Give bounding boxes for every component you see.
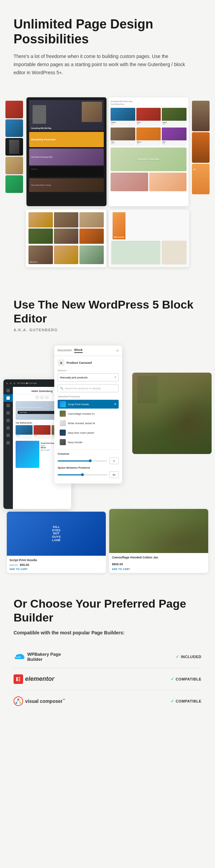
elementor-logo-icon (16, 676, 21, 682)
product-thumbnail-3 (60, 420, 66, 426)
vc-logo-icon (14, 696, 23, 706)
product-item-4[interactable]: Navy blue coach jacket (58, 428, 119, 437)
product-name-5: Navy Hoodie (68, 441, 117, 444)
camo-price: $805.00 (112, 563, 123, 566)
space-slider-fill (58, 474, 82, 475)
wpbakery-logo: CLOUD WPBakery Page Builder (14, 652, 68, 662)
panel-block-title: Product Carousel (66, 361, 92, 364)
product-item-selected[interactable]: Script Print Hoodie ✕ (58, 400, 119, 409)
spacer-right (191, 210, 211, 267)
vc-name: visual composer™ (25, 698, 65, 704)
demo1-yellow-block: Beautifully Presented (29, 132, 104, 147)
columns-value: 3 (113, 459, 115, 462)
vc-name-text: visual composer (25, 698, 63, 704)
product-item-2[interactable]: Camouflage Hooded Cc (58, 409, 119, 418)
unlimited-heading: Unlimited Page Design Possibilities (14, 17, 201, 46)
product-card: Coat$200 (111, 127, 135, 146)
wpbakery-status-text: INCLUDED (181, 655, 201, 659)
product-carousel-bottom-demo: KILLEYESNOTGUYSLANE Script Print Hoodie … (3, 509, 212, 576)
tab-document[interactable]: Document (58, 349, 72, 353)
demo2-header: Something With Black Bag Top Selling Ite… (111, 99, 187, 106)
builder-item-wpbakery: CLOUD WPBakery Page Builder ✓ INCLUDED (14, 646, 201, 668)
panel-close-button[interactable]: ✕ (116, 349, 119, 353)
svg-rect-3 (18, 679, 20, 679)
hoodie-graphic: KILL EYES NOT GUYS LANE NE (16, 441, 39, 468)
svg-rect-2 (18, 677, 20, 678)
svg-text:CLOUD: CLOUD (15, 656, 21, 658)
script-hoodie-img: KILLEYESNOTGUYSLANE (7, 512, 106, 556)
gutenberg-block-panel: Document Block ✕ ⊞ Product Carousel Sour… (54, 346, 122, 484)
product-remove-button[interactable]: ✕ (114, 402, 117, 406)
product-item-5[interactable]: Navy Hoodie (58, 438, 119, 447)
product-card: Blouse$45 (136, 127, 161, 146)
tab-block[interactable]: Block (74, 348, 83, 353)
editorial2-secondary (162, 241, 187, 264)
elementor-name: elementor (25, 675, 54, 683)
editorial-strip-right: 04 (191, 97, 211, 206)
catalogue-grid (28, 212, 104, 244)
product-card: Hoodie$55 (111, 108, 135, 126)
demo1-hero-img: Something With Bell Bag (29, 100, 104, 131)
add-to-cart-1[interactable]: ADD TO CART (9, 568, 103, 570)
space-value: 30 (113, 473, 116, 476)
gutenberg-panel-wrapper: Document Block ✕ ⊞ Product Carousel Sour… (68, 346, 139, 484)
columns-slider[interactable] (58, 460, 107, 461)
panel-header: Document Block ✕ (54, 346, 122, 356)
columns-slider-thumb[interactable] (89, 459, 92, 462)
product-card: Jacket$120 (162, 108, 187, 126)
page-builder-heading: Or Choose Your Preferred Page Builder (14, 597, 201, 625)
product-name-4: Navy blue coach jacket (68, 431, 117, 434)
space-slider-thumb[interactable] (81, 473, 84, 476)
product-thumbnail (60, 401, 66, 407)
elementor-status-text: COMPATIBLE (176, 677, 201, 681)
editorial-item (192, 132, 210, 163)
editorial-item: 04 (192, 164, 210, 194)
catalogue-item (54, 212, 78, 228)
wpbakery-status: ✓ INCLUDED (176, 654, 201, 659)
elementor-status: ✓ COMPATIBLE (171, 677, 201, 682)
editorial-item (192, 101, 210, 131)
carousel-product-info-1: Script Print Hoodie $65.00 $55.00 ADD TO… (7, 556, 106, 573)
section-block-editor: Use The New WordPress 5 Block Editor A.K… (0, 284, 215, 346)
page-builder-description: Compatible with the most popular Page Bu… (14, 630, 201, 635)
svg-line-9 (16, 699, 18, 703)
product-thumb (5, 138, 23, 156)
vc-status: ✓ COMPATIBLE (171, 699, 201, 704)
unlimited-description: There's a lot of freedome when it come t… (14, 53, 190, 77)
svg-line-10 (18, 699, 20, 703)
product-thumbnail-5 (60, 439, 66, 445)
product-thumbnail-2 (60, 411, 66, 417)
vc-check-icon: ✓ (171, 699, 174, 704)
vc-trademark: ™ (63, 698, 65, 702)
new-price-1: $55.00 (20, 563, 29, 567)
product-card: Skirt$60 (162, 127, 187, 146)
wpbakery-check-icon: ✓ (176, 654, 179, 659)
demo-editorial2: New Arrivals (109, 210, 189, 267)
columns-label: Columns (58, 452, 119, 455)
camo-jacket-card-img (109, 509, 208, 553)
editorial2-row2 (111, 241, 187, 264)
space-slider[interactable] (58, 474, 107, 475)
product-carousel-icon: ⊞ (58, 359, 64, 366)
demo-light-shop: Something With Black Bag Top Selling Ite… (109, 97, 189, 206)
svg-rect-1 (16, 677, 18, 681)
product-thumbnail-4 (60, 430, 66, 436)
add-to-cart-2[interactable]: ADD TO CART (112, 568, 206, 570)
panel-block-info: ⊞ Product Carousel (58, 359, 119, 366)
svg-point-5 (14, 697, 23, 706)
panel-divider (58, 449, 119, 450)
search-icon: 🔍 (60, 387, 63, 390)
wp-script-hoodie-img: KILL EYES NOT GUYS LANE NE (16, 441, 39, 468)
section-page-builder: Or Choose Your Preferred Page Builder Co… (0, 583, 215, 719)
editorial2-banner (111, 241, 160, 264)
source-select[interactable]: Manually pick products ⇕ (58, 373, 119, 381)
editorial2-highlight: New Arrivals (113, 212, 125, 239)
block-editor-heading: Use The New WordPress 5 Block Editor (14, 298, 201, 326)
elementor-logo: elementor (14, 674, 68, 684)
carousel-product-name-2: Camouflage Hooded Cotton Jac (112, 556, 206, 559)
side-products-left (4, 97, 24, 206)
demos-grid-container: Something With Bell Bag Beautifully Pres… (0, 87, 215, 284)
product-search[interactable]: 🔍 Search for products to display (58, 384, 119, 392)
product-item-3[interactable]: White Hooded Jacket W (58, 419, 119, 428)
catalogue-item (79, 229, 104, 244)
